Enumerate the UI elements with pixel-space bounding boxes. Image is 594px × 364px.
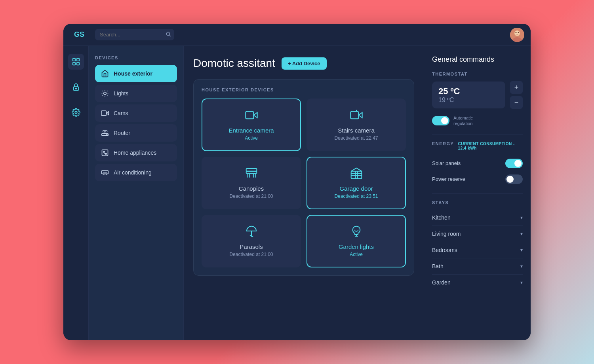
energy-header: ENERGY CURRENT CONSUMPTION - 12,4 kWh [432,141,523,151]
device-card-garden-lights[interactable]: Garden lights Active [307,215,406,267]
stays-section-label: STAYS [432,200,523,205]
stay-label-living-room: Living room [432,231,461,237]
device-card-canopies[interactable]: Canopies Deactivated at 21:00 [202,157,301,209]
solar-panels-toggle[interactable] [505,159,523,168]
sidebar-item-cams[interactable]: Cams [95,104,177,122]
chevron-down-icon: ▾ [520,215,523,220]
page-title: Domotic assitant [193,57,275,70]
garage-door-name: Garage door [339,185,373,192]
sidebar-item-security[interactable] [68,79,84,95]
canopies-icon [245,167,258,181]
chevron-down-icon: ▾ [520,247,523,253]
chevron-down-icon: ▾ [520,264,523,269]
add-device-button[interactable]: + Add Device [282,57,327,70]
device-item-label: House exterior [114,70,152,77]
auto-regulation-label: Automaticregulation [453,115,473,127]
stay-label-kitchen: Kitchen [432,214,451,221]
stay-item-living-room[interactable]: Living room ▾ [432,226,523,242]
device-item-label: Cams [114,110,128,116]
device-item-label: Home appliances [114,150,156,156]
garage-door-status: Deactivated at 23:51 [334,193,378,199]
svg-point-26 [107,134,107,135]
devices-panel: HOUSE EXTERIOR DEVICES Entrance camera A… [193,79,414,276]
sidebar-item-home-appliances[interactable]: Home appliances [95,144,177,161]
logo: GS [70,30,89,39]
svg-point-13 [75,88,76,89]
thermostat-block: 25 ºC 19 ºC + − [432,81,523,109]
sidebar-item-dashboard[interactable] [68,54,84,70]
chevron-down-icon: ▾ [520,280,523,285]
parasols-icon [245,225,258,239]
auto-regulation-toggle[interactable] [432,116,449,125]
sidebar-item-settings[interactable] [68,104,84,120]
stay-label-bath: Bath [432,263,444,269]
svg-line-19 [107,95,107,96]
svg-line-22 [103,95,103,96]
device-card-entrance-camera[interactable]: Entrance camera Active [202,99,301,151]
stay-item-kitchen[interactable]: Kitchen ▾ [432,210,523,226]
garden-lights-icon [350,225,363,239]
temp-increase-button[interactable]: + [510,81,523,94]
thermostat-section-label: THERMOSTAT [432,72,523,76]
thermostat-display: 25 ºC 19 ºC [432,82,505,108]
toggle-knob [514,160,522,167]
svg-rect-11 [76,63,79,65]
parasols-name: Parasols [240,243,263,250]
search-input[interactable] [95,29,174,40]
svg-point-14 [75,111,77,114]
stay-label-bedrooms: Bedrooms [432,247,457,253]
temp-sub: 19 ºC [438,97,499,104]
svg-rect-41 [351,171,362,179]
auto-regulation-row: Automaticregulation [432,115,523,127]
svg-rect-24 [101,111,107,116]
right-panel-title: General commands [432,55,523,64]
temp-main: 25 ºC [438,86,499,97]
temp-decrease-button[interactable]: − [510,96,523,109]
sidebar-item-lights[interactable]: Lights [95,85,177,102]
device-card-stairs-camera[interactable]: Stairs camera Deactivated at 22:47 [307,99,406,151]
svg-point-28 [103,151,105,152]
sidebar-item-house-exterior[interactable]: House exterior [95,65,177,82]
stay-item-garden[interactable]: Garden ▾ [432,275,523,290]
chevron-down-icon: ▾ [520,231,523,237]
power-reserve-label: Power reserve [432,176,465,182]
svg-point-6 [516,32,517,33]
solar-panels-row: Solar panels [432,155,523,171]
svg-line-1 [169,35,171,36]
sidebar-item-router[interactable]: Router [95,124,177,142]
energy-consumption-badge: CURRENT CONSUMPTION - 12,4 kWh [458,142,523,150]
stairs-camera-icon [350,109,363,123]
parasols-status: Deactivated at 21:00 [229,252,273,257]
divider [432,135,523,135]
svg-point-15 [104,92,107,95]
toggle-knob [506,176,514,183]
avatar[interactable] [510,28,524,42]
devices-section-label: DEVICES [95,55,177,60]
device-card-parasols[interactable]: Parasols Deactivated at 21:00 [202,215,301,267]
svg-point-7 [518,32,519,33]
device-card-garage-door[interactable]: Garage door Deactivated at 23:51 [307,157,406,209]
energy-section-label: ENERGY [432,141,454,146]
topbar: GS [63,24,531,46]
stairs-camera-status: Deactivated at 22:47 [334,135,378,141]
power-reserve-row: Power reserve [432,171,523,187]
svg-rect-38 [246,169,257,171]
svg-rect-27 [102,150,108,156]
main-content: Domotic assitant + Add Device HOUSE EXTE… [184,46,424,340]
svg-rect-32 [246,112,253,119]
devices-grid: Entrance camera Active Stairs camera Dea [202,99,406,267]
garage-icon [350,167,363,181]
camera-icon [245,109,258,123]
device-item-label: Air conditioning [114,169,152,176]
stay-item-bedrooms[interactable]: Bedrooms ▾ [432,242,523,258]
power-reserve-toggle[interactable] [505,174,523,184]
sidebar-item-air-conditioning[interactable]: Air conditioning [95,164,177,181]
page-header: Domotic assitant + Add Device [193,57,414,70]
topbar-right [510,28,524,42]
entrance-camera-status: Active [245,135,258,141]
svg-rect-9 [76,59,79,61]
app-frame: GS [63,24,531,340]
stay-label-garden: Garden [432,279,451,286]
svg-rect-33 [350,112,358,119]
stay-item-bath[interactable]: Bath ▾ [432,258,523,275]
